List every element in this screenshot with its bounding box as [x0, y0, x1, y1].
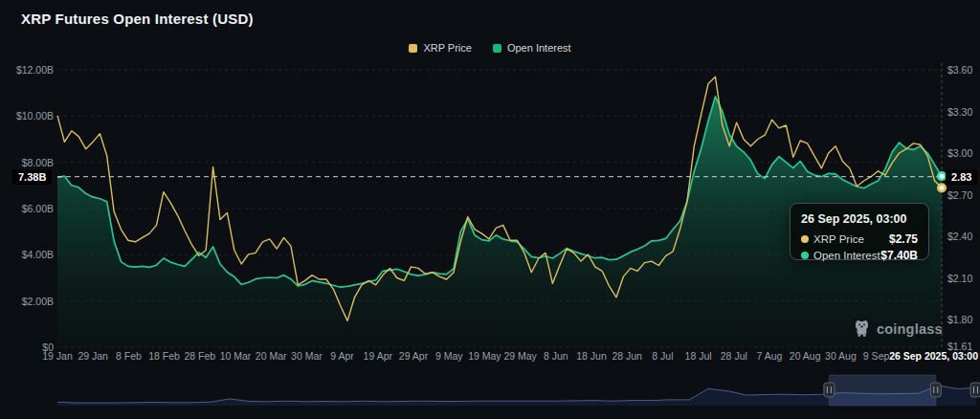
x-axis-tick: 30 Mar: [291, 350, 323, 362]
tooltip-label: XRP Price: [813, 233, 864, 245]
x-axis-tick: 19 Jan: [42, 350, 73, 362]
price-dot-icon: [801, 235, 809, 243]
crosshair-date-label: 26 Sep 2025, 03:00: [889, 350, 978, 362]
x-axis-tick: 19 May: [468, 350, 501, 362]
x-axis-tick: 10 Mar: [220, 350, 252, 362]
x-axis-tick: 28 Jun: [612, 350, 642, 362]
x-axis-tick: 29 Jan: [78, 350, 108, 362]
x-axis-tick: 20 Mar: [256, 350, 287, 362]
open-interest-dot-icon: [801, 252, 809, 259]
tooltip-row-price: XRP Price $2.75: [801, 232, 918, 246]
x-axis-tick: 9 Apr: [330, 350, 354, 362]
x-axis-tick: 29 May: [503, 350, 536, 362]
x-axis-tick: 18 Feb: [148, 350, 180, 362]
x-axis-tick: 30 Aug: [825, 350, 857, 362]
x-axis-tick: 8 Jul: [652, 350, 673, 362]
x-axis-tick: 7 Aug: [757, 350, 783, 362]
x-axis-tick: 9 May: [435, 350, 463, 362]
coinglass-bear-icon: [853, 320, 871, 338]
tooltip-label: Open Interest: [813, 250, 880, 261]
x-axis-tick: 28 Jul: [721, 350, 747, 362]
x-axis-tick: 8 Jun: [544, 350, 568, 362]
x-axis-tick: 18 Jul: [685, 350, 712, 362]
chart-tooltip: 26 Sep 2025, 03:00 XRP Price $2.75 Open …: [790, 203, 929, 260]
tooltip-value: $2.75: [889, 232, 918, 246]
x-axis-tick: 19 Apr: [364, 350, 392, 362]
current-open-interest-label: 7.38B: [12, 169, 52, 185]
coinglass-watermark: coinglass: [853, 320, 943, 338]
current-price-label: 2.83: [946, 169, 977, 185]
x-axis-tick: 8 Feb: [116, 350, 142, 362]
tooltip-row-open-interest: Open Interest $7.40B: [801, 249, 918, 262]
x-axis-tick: 20 Aug: [790, 350, 821, 362]
x-axis-tick: 29 Apr: [399, 350, 428, 362]
x-axis-tick: 28 Feb: [184, 350, 215, 362]
tooltip-header: 26 Sep 2025, 03:00: [801, 212, 918, 226]
watermark-label: coinglass: [877, 321, 943, 337]
x-axis-tick: 9 Sep: [863, 350, 889, 362]
x-axis-tick: 18 Jun: [576, 350, 607, 362]
tooltip-value: $7.40B: [880, 249, 918, 262]
